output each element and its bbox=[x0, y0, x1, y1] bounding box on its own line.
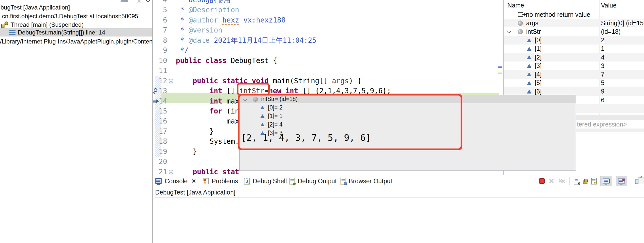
code-text: * @Description bbox=[176, 5, 239, 15]
variable-name: [1] bbox=[535, 45, 542, 52]
line-number: 5 bbox=[156, 5, 167, 15]
variable-value: 3 bbox=[601, 62, 604, 70]
column-value[interactable]: Value bbox=[601, 2, 616, 9]
stack-frame-row[interactable]: DebugTest.main(String[]) line: 14 bbox=[0, 28, 152, 36]
debug-shell-icon bbox=[244, 178, 250, 184]
chevron-down-icon[interactable] bbox=[243, 97, 247, 101]
tab-label: Debug Output bbox=[298, 178, 337, 185]
popup-detail-value: [2, 1, 4, 3, 7, 5, 9, 6] bbox=[241, 132, 371, 143]
popup-header-row[interactable]: intStr= (id=18) bbox=[240, 95, 576, 103]
code-line-5[interactable]: 5 * @Description bbox=[153, 5, 503, 15]
toolbar-separator bbox=[631, 177, 631, 185]
code-line-7[interactable]: 7 * @version bbox=[153, 25, 503, 35]
variable-name: no method return value bbox=[526, 11, 590, 18]
code-text: */ bbox=[176, 46, 189, 56]
local-variable-icon bbox=[518, 20, 523, 26]
popup-element-tree[interactable]: [0]= 2[1]= 1[2]= 4[3]= 3 bbox=[240, 103, 576, 136]
tab-debug-shell[interactable]: Debug Shell bbox=[244, 175, 287, 187]
variables-row-2[interactable]: [2]4 bbox=[504, 53, 644, 62]
variables-row-4[interactable]: [4]7 bbox=[504, 70, 644, 78]
code-line-6[interactable]: 6 * @author hexz vx:hexz188 bbox=[153, 15, 503, 25]
tab-browser-output[interactable]: Browser Output bbox=[341, 175, 392, 187]
show-stderr-button[interactable] bbox=[616, 176, 627, 186]
terminate-button[interactable] bbox=[539, 178, 545, 184]
variables-row-3[interactable]: [3]3 bbox=[504, 62, 644, 70]
code-text: int max bbox=[176, 96, 239, 106]
scroll-lock-button[interactable] bbox=[583, 180, 587, 184]
open-console-button[interactable] bbox=[638, 178, 644, 184]
popup-element-row[interactable]: [0]= 2 bbox=[240, 103, 576, 112]
word-wrap-button[interactable]: ↵ bbox=[591, 178, 597, 184]
overview-ruler-mark-blue[interactable] bbox=[498, 66, 502, 68]
line-number: 21 bbox=[156, 167, 167, 175]
gutter-inspect-marker-icon[interactable] bbox=[154, 88, 157, 92]
variables-row-1[interactable]: [1]1 bbox=[504, 44, 644, 53]
variables-row-args[interactable]: argsString[0] (id=15 bbox=[504, 19, 644, 27]
clear-console-button[interactable] bbox=[574, 178, 579, 184]
variable-value: 9 bbox=[601, 88, 604, 95]
fold-collapse-icon[interactable] bbox=[169, 170, 173, 174]
code-line-10[interactable]: 10public class DebugTest { bbox=[153, 56, 503, 66]
console-process-title: DebugTest [Java Application] bbox=[155, 187, 644, 198]
show-stdout-button[interactable] bbox=[600, 176, 612, 186]
line-number: 6 bbox=[156, 15, 167, 25]
code-line-11[interactable]: 11 bbox=[153, 66, 503, 76]
line-number: 4 bbox=[156, 0, 167, 5]
tab-debug-output[interactable]: Debug Output bbox=[289, 175, 337, 187]
variables-row-nomethodreturnvalue[interactable]: no method return value bbox=[504, 10, 644, 19]
cut-x-icon bbox=[137, 0, 142, 2]
line-number: 20 bbox=[156, 157, 167, 167]
line-number: 18 bbox=[156, 136, 167, 146]
variable-name: [2] bbox=[535, 54, 542, 61]
tab-label: Console bbox=[165, 178, 188, 185]
variables-row-0[interactable]: [0]2 bbox=[504, 36, 644, 44]
variable-name: intStr bbox=[526, 28, 541, 35]
fold-collapse-icon[interactable] bbox=[169, 79, 173, 84]
debug-output-icon bbox=[289, 178, 295, 184]
debug-target-row[interactable]: cn.first.object.demo3.DebugTest at local… bbox=[0, 12, 152, 20]
code-text: max bbox=[176, 116, 239, 126]
variable-inspect-popup[interactable]: intStr= (id=18) [0]= 2[1]= 1[2]= 4[3]= 3… bbox=[239, 95, 576, 171]
line-number: 10 bbox=[156, 56, 167, 66]
launch-config-row[interactable]: bugTest [Java Application] bbox=[0, 3, 152, 12]
code-text: System. bbox=[176, 136, 239, 146]
array-element-icon bbox=[527, 47, 531, 51]
thread-label: Thread [main] (Suspended) bbox=[11, 21, 84, 28]
jvm-path-row[interactable]: /Library/Internet Plug-Ins/JavaAppletPlu… bbox=[0, 37, 152, 46]
code-line-4[interactable]: 4 * Debug的使用 bbox=[153, 0, 503, 5]
console-icon bbox=[155, 178, 162, 184]
line-number: 17 bbox=[156, 126, 167, 136]
popup-element-row[interactable]: [1]= 1 bbox=[240, 112, 576, 120]
panel-divider[interactable] bbox=[152, 0, 153, 243]
code-text: } bbox=[176, 126, 214, 136]
tab-problems[interactable]: Problems bbox=[203, 175, 238, 187]
local-variable-icon bbox=[518, 29, 523, 34]
remove-launch-button[interactable] bbox=[548, 178, 554, 184]
remove-all-terminated-button[interactable] bbox=[558, 178, 566, 184]
variables-row-intStr[interactable]: intStr(id=18) bbox=[504, 27, 644, 36]
line-number: 7 bbox=[156, 25, 167, 35]
chevron-down-icon[interactable] bbox=[507, 29, 511, 33]
code-text: * @date 2021年11月14日上午11:04:25 bbox=[176, 36, 316, 46]
debug-view: bugTest [Java Application] cn.first.obje… bbox=[0, 0, 152, 243]
variable-name: [0] bbox=[535, 36, 542, 44]
code-line-12[interactable]: 12 public static void main(String[] args… bbox=[153, 76, 503, 86]
code-line-9[interactable]: 9 */ bbox=[153, 46, 503, 56]
variables-row-6[interactable]: [6]9 bbox=[504, 87, 644, 96]
line-number: 8 bbox=[156, 36, 167, 46]
expression-placeholder: tered expression> bbox=[577, 121, 627, 128]
variable-value: 2 bbox=[601, 36, 604, 44]
array-element-icon bbox=[527, 90, 531, 94]
thread-row[interactable]: Thread [main] (Suspended) bbox=[0, 20, 152, 29]
popup-element-row[interactable]: [2]= 4 bbox=[240, 120, 576, 129]
thread-icon bbox=[1, 21, 9, 28]
variables-row-5[interactable]: [5]5 bbox=[504, 79, 644, 87]
browser-output-icon bbox=[341, 178, 346, 184]
column-name[interactable]: Name bbox=[507, 2, 524, 9]
overview-ruler-mark-green[interactable] bbox=[498, 72, 502, 74]
variable-value: 6 bbox=[601, 96, 604, 104]
code-line-8[interactable]: 8 * @date 2021年11月14日上午11:04:25 bbox=[153, 36, 503, 46]
close-icon[interactable] bbox=[192, 179, 196, 183]
tab-console[interactable]: Console bbox=[155, 175, 200, 187]
variable-name: [5] bbox=[535, 79, 542, 86]
